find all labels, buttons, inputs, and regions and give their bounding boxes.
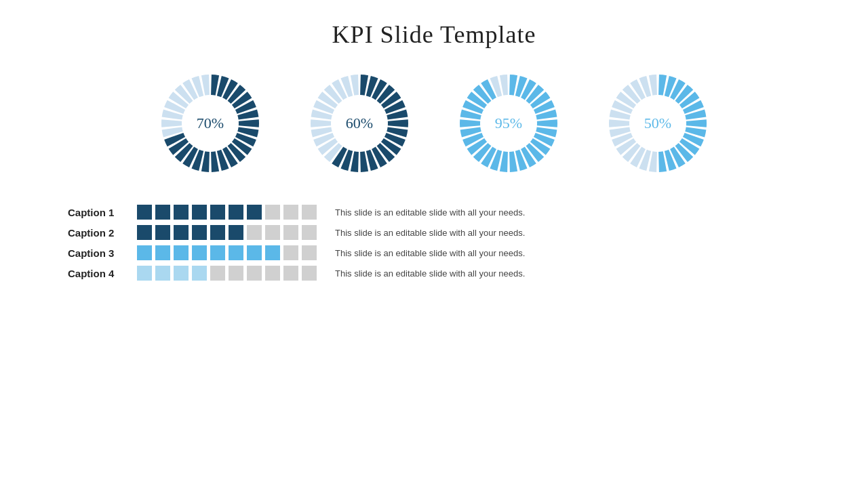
chart-chart3: 95% xyxy=(454,69,563,178)
legend-square xyxy=(210,225,225,240)
legend-square xyxy=(155,245,170,260)
radial-chart2: 60% xyxy=(305,69,414,178)
radial-chart3: 95% xyxy=(454,69,563,178)
radial-chart4: 50% xyxy=(604,69,712,178)
legend-square xyxy=(302,245,317,260)
legend-square xyxy=(174,245,189,260)
radial-chart1: 70% xyxy=(156,69,264,178)
legend-square xyxy=(283,245,298,260)
legend-square xyxy=(174,205,189,220)
radial-label-chart2: 60% xyxy=(346,115,373,132)
legend-square xyxy=(137,225,152,240)
radial-label-chart1: 70% xyxy=(197,115,224,132)
legend-squares xyxy=(137,266,317,281)
radial-label-chart3: 95% xyxy=(495,115,522,132)
legend-square xyxy=(283,225,298,240)
chart-chart4: 50% xyxy=(604,69,712,178)
legend-square xyxy=(210,245,225,260)
legend-square xyxy=(229,245,243,260)
legend-square xyxy=(155,266,170,281)
legend-square xyxy=(155,205,170,220)
legend-square xyxy=(229,205,243,220)
legend-square xyxy=(247,205,262,220)
chart-chart2: 60% xyxy=(305,69,414,178)
legend-square xyxy=(247,266,262,281)
legend-square xyxy=(247,225,262,240)
legend-section: Caption 1This slide is an editable slide… xyxy=(41,205,827,281)
legend-squares xyxy=(137,225,317,240)
legend-square xyxy=(137,245,152,260)
legend-square xyxy=(283,266,298,281)
legend-square xyxy=(265,266,280,281)
legend-squares xyxy=(137,205,317,220)
legend-square xyxy=(265,225,280,240)
radial-label-chart4: 50% xyxy=(644,115,671,132)
page: KPI Slide Template 70% 60% 95% 50% Capti… xyxy=(0,0,868,488)
legend-square xyxy=(302,266,317,281)
legend-square xyxy=(174,266,189,281)
legend-square xyxy=(192,266,207,281)
legend-square xyxy=(192,205,207,220)
legend-square xyxy=(302,225,317,240)
legend-row: Caption 3This slide is an editable slide… xyxy=(68,245,827,260)
legend-label: Caption 1 xyxy=(68,207,129,218)
legend-squares xyxy=(137,245,317,260)
legend-square xyxy=(247,245,262,260)
legend-square xyxy=(192,225,207,240)
legend-square xyxy=(137,266,152,281)
legend-row: Caption 2This slide is an editable slide… xyxy=(68,225,827,240)
legend-square xyxy=(174,225,189,240)
legend-square xyxy=(210,266,225,281)
legend-description: This slide is an editable slide with all… xyxy=(335,207,525,218)
legend-row: Caption 1This slide is an editable slide… xyxy=(68,205,827,220)
page-title: KPI Slide Template xyxy=(41,20,827,49)
legend-description: This slide is an editable slide with all… xyxy=(335,228,525,238)
legend-square xyxy=(137,205,152,220)
legend-description: This slide is an editable slide with all… xyxy=(335,268,525,279)
charts-row: 70% 60% 95% 50% xyxy=(41,69,827,178)
legend-label: Caption 4 xyxy=(68,268,129,279)
legend-square xyxy=(265,245,280,260)
legend-row: Caption 4This slide is an editable slide… xyxy=(68,266,827,281)
legend-square xyxy=(229,266,243,281)
legend-square xyxy=(283,205,298,220)
legend-description: This slide is an editable slide with all… xyxy=(335,248,525,258)
legend-square xyxy=(229,225,243,240)
legend-square xyxy=(210,205,225,220)
chart-chart1: 70% xyxy=(156,69,264,178)
legend-square xyxy=(302,205,317,220)
legend-square xyxy=(192,245,207,260)
legend-label: Caption 2 xyxy=(68,227,129,239)
legend-square xyxy=(155,225,170,240)
legend-label: Caption 3 xyxy=(68,247,129,259)
legend-square xyxy=(265,205,280,220)
